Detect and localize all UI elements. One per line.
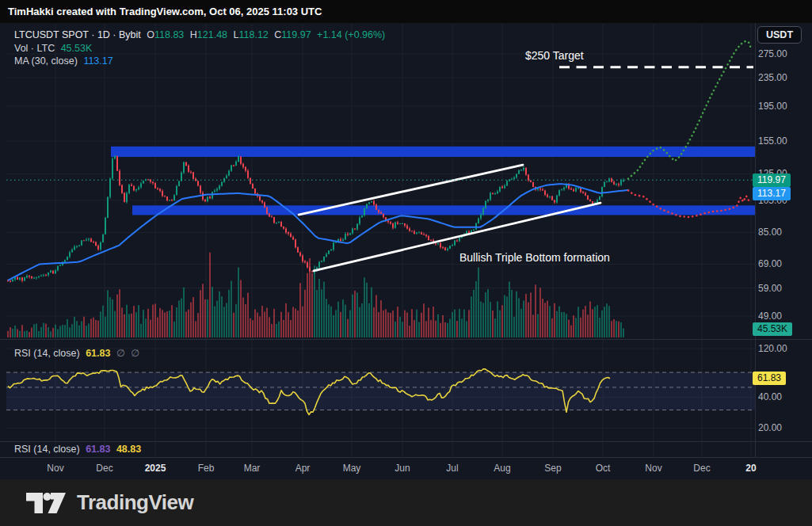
time-axis-label: Nov xyxy=(645,463,661,474)
pattern-annotation: Bullish Triple Bottom formation xyxy=(459,251,610,264)
rsi-empty-icon-b: ∅ xyxy=(131,348,139,359)
price-axis-label: 275.00 xyxy=(758,48,809,59)
price-axis-label: 49.00 xyxy=(758,311,809,322)
ohlc-low-value: 118.12 xyxy=(238,29,268,40)
rsi-axis-label: 120.00 xyxy=(758,343,809,354)
time-axis-label: Feb xyxy=(198,463,215,474)
price-axis-label: 195.00 xyxy=(758,101,809,112)
time-axis-label: Jul xyxy=(446,463,458,474)
currency-button[interactable]: USDT xyxy=(757,26,802,44)
time-axis-label: Sep xyxy=(544,463,561,474)
volume-legend[interactable]: Vol · LTC 45.53K xyxy=(14,43,95,54)
volume-label: Vol · LTC xyxy=(14,43,55,54)
ohlc-high-label: H xyxy=(190,29,197,40)
time-axis-label: 2025 xyxy=(145,463,166,474)
footer-bar: TradingView xyxy=(0,479,812,526)
time-axis-label: May xyxy=(343,463,361,474)
ma-legend[interactable]: MA (30, close) 113.17 xyxy=(14,55,116,67)
price-axis-label: 85.00 xyxy=(758,227,809,238)
volume-value: 45.53K xyxy=(61,43,93,54)
symbol-legend[interactable]: LTCUSDT SPOT · 1D · Bybit O118.83 H121.4… xyxy=(14,29,388,40)
rsi-legend[interactable]: RSI (14, close) 61.83 ∅ ∅ xyxy=(14,347,143,359)
price-axis-label: 59.00 xyxy=(758,283,809,294)
rsi2-label: RSI (14, close) xyxy=(14,444,80,455)
price-chart-canvas[interactable] xyxy=(0,0,812,479)
rsi2-legend[interactable]: RSI (14, close) 61.83 48.83 xyxy=(14,444,144,455)
time-axis-label: Aug xyxy=(494,463,510,474)
price-axis-label: 69.00 xyxy=(758,258,809,269)
ohlc-high-value: 121.48 xyxy=(197,29,227,40)
ohlc-change: +1.14 (+0.96%) xyxy=(317,29,385,40)
tradingview-logo-icon[interactable] xyxy=(26,492,67,514)
rsi-axis-label: 40.00 xyxy=(758,391,809,402)
ma-label: MA (30, close) xyxy=(14,55,78,67)
ohlc-close-label: C xyxy=(274,29,281,40)
time-axis-label: Nov xyxy=(47,463,63,474)
time-axis-label: Oct xyxy=(596,463,611,474)
ohlc-open-label: O xyxy=(147,29,154,40)
attribution-bar: TimHakki created with TradingView.com, O… xyxy=(0,0,812,23)
rsi-value-badge: 61.83 xyxy=(753,372,786,385)
last-price-badge: 119.97 xyxy=(753,173,791,187)
rsi-empty-icon-a: ∅ xyxy=(116,348,125,359)
time-axis-label: Apr xyxy=(295,463,311,474)
time-axis-label: Dec xyxy=(693,463,710,474)
target-annotation: $250 Target xyxy=(525,49,584,62)
rsi-label: RSI (14, close) xyxy=(14,348,80,359)
tradingview-wordmark[interactable]: TradingView xyxy=(77,490,193,515)
time-axis-label: 20 xyxy=(745,463,756,474)
time-axis-label: Dec xyxy=(96,463,112,474)
rsi2-value-2: 48.83 xyxy=(116,444,141,455)
rsi-value: 61.83 xyxy=(86,348,110,359)
ohlc-open-value: 118.83 xyxy=(154,29,184,40)
ma-value-badge: 113.17 xyxy=(753,187,791,200)
volume-value-badge: 45.53K xyxy=(753,322,792,336)
rsi2-value-1: 61.83 xyxy=(86,444,110,455)
time-axis-label: Jun xyxy=(395,463,410,474)
attribution-text: TimHakki created with TradingView.com, O… xyxy=(8,6,322,17)
price-axis-label: 235.00 xyxy=(758,72,809,83)
ma-value: 113.17 xyxy=(83,55,112,67)
tradingview-chart-screenshot: TimHakki created with TradingView.com, O… xyxy=(0,0,812,526)
symbol-title: LTCUSDT SPOT · 1D · Bybit xyxy=(14,29,141,40)
price-axis-label: 155.00 xyxy=(758,135,809,147)
rsi-axis-label: 20.00 xyxy=(758,422,809,433)
time-axis-label: Mar xyxy=(244,463,261,474)
ohlc-close-value: 119.97 xyxy=(281,29,311,40)
time-axis[interactable]: NovDec2025FebMarAprMayJunJulAugSepOctNov… xyxy=(0,457,812,479)
